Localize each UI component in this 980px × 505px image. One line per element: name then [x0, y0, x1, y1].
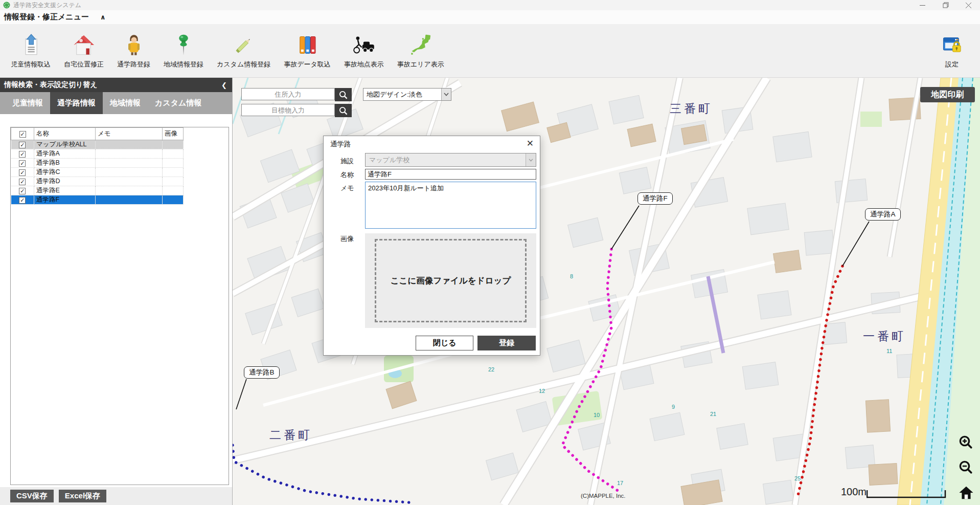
toolbar-button-settings[interactable]: 設定: [933, 31, 971, 71]
facility-label: 施設: [340, 157, 354, 166]
dialog-register-button[interactable]: 登録: [477, 336, 536, 350]
map-design-select[interactable]: 地図デザイン:淡色: [363, 88, 451, 101]
map-print-button[interactable]: 地図印刷: [920, 87, 975, 102]
sidebar-tabs: 児童情報 通学路情報 地域情報 カスタム情報: [0, 92, 232, 114]
home-button[interactable]: [955, 482, 977, 503]
house-icon: [72, 33, 96, 57]
pencil-icon: [232, 33, 256, 57]
select-all-checkbox[interactable]: ✓: [19, 131, 26, 138]
column-header-memo[interactable]: メモ: [96, 128, 163, 140]
dialog-close-icon[interactable]: ✕: [527, 138, 534, 149]
table-row[interactable]: ✓ 通学路B: [11, 159, 184, 168]
binders-icon: [295, 33, 320, 57]
map-number: 11: [886, 348, 892, 354]
map-search-panel: [241, 88, 352, 117]
toolbar: 児童情報取込 自宅位置修正 通学路登録: [0, 24, 980, 78]
map-number: 25: [794, 475, 801, 481]
search-icon: [339, 106, 348, 115]
csv-save-button[interactable]: CSV保存: [10, 490, 54, 502]
tab-custom-info[interactable]: カスタム情報: [148, 92, 209, 114]
toolbar-button-register-area-info[interactable]: 地域情報登録: [157, 31, 210, 71]
map-number: 17: [617, 480, 623, 486]
chevron-down-icon: [526, 153, 536, 166]
route-callout[interactable]: 通学路B: [244, 366, 280, 379]
excel-save-button[interactable]: Excel保存: [59, 490, 106, 502]
row-checkbox[interactable]: ✓: [19, 151, 26, 158]
minimize-button[interactable]: [911, 0, 934, 10]
route-edit-dialog: 通学路 ✕ 施設 マップル学校 名称 メモ 2023年10月新ルート追加 画像 …: [323, 136, 540, 356]
map-number: 12: [539, 388, 545, 394]
tab-area-info[interactable]: 地域情報: [103, 92, 148, 114]
column-header-image[interactable]: 画像: [163, 128, 184, 140]
tab-children-info[interactable]: 児童情報: [5, 92, 50, 114]
menu-header: 情報登録・修正メニュー ∧: [0, 10, 980, 24]
close-button[interactable]: [957, 0, 980, 10]
map-canvas[interactable]: 地図デザイン:淡色 地図印刷 三番町 一番町 二番町 通学路F 通学路A 通学路…: [233, 78, 980, 505]
toolbar-button-import-accident-data[interactable]: 事故データ取込: [277, 31, 337, 71]
row-checkbox[interactable]: ✓: [19, 142, 26, 148]
map-design-value: 地図デザイン:淡色: [363, 90, 441, 99]
sidebar-header: 情報検索・表示設定切り替え ❮: [0, 78, 232, 92]
toolbar-button-register-route[interactable]: 通学路登録: [110, 31, 157, 71]
zoom-out-icon: [959, 457, 974, 478]
route-list-panel: ✓ 名称 メモ 画像 ✓ マップル学校ALL ✓ 通学路A ✓ 通学路B: [10, 127, 229, 485]
chevron-down-icon[interactable]: [441, 89, 451, 100]
toolbar-button-register-custom-info[interactable]: カスタム情報登録: [210, 31, 277, 71]
pushpin-icon: [171, 33, 196, 57]
zoom-out-button[interactable]: [955, 457, 977, 478]
map-number: 21: [710, 411, 716, 417]
tab-route-info[interactable]: 通学路情報: [50, 92, 103, 114]
route-callout[interactable]: 通学路F: [637, 192, 673, 205]
facility-select: マップル学校: [365, 153, 536, 167]
toolbar-button-import-children[interactable]: 児童情報取込: [4, 31, 57, 71]
zoom-in-button[interactable]: [955, 432, 977, 453]
row-checkbox[interactable]: ✓: [19, 160, 26, 167]
map-scale-label: 100m: [841, 486, 867, 498]
table-row[interactable]: ✓ 通学路C: [11, 168, 184, 177]
row-checkbox[interactable]: ✓: [19, 188, 26, 194]
toolbar-button-show-accident-area[interactable]: 事故エリア表示: [391, 31, 451, 71]
sidebar-collapse-icon[interactable]: ❮: [221, 81, 227, 89]
route-memo-textarea[interactable]: 2023年10月新ルート追加: [365, 182, 536, 229]
name-label: 名称: [340, 170, 354, 180]
dialog-close-button[interactable]: 閉じる: [416, 336, 473, 350]
sidebar: 情報検索・表示設定切り替え ❮ 児童情報 通学路情報 地域情報 カスタム情報 ✓…: [0, 78, 233, 505]
map-number: 9: [672, 404, 675, 410]
sidebar-title: 情報検索・表示設定切り替え: [4, 80, 221, 90]
town-label: 一番町: [863, 328, 906, 344]
table-row[interactable]: ✓ 通学路D: [11, 177, 184, 186]
map-number: 8: [570, 273, 573, 279]
address-search-button[interactable]: [335, 88, 352, 101]
toolbar-button-fix-home-position[interactable]: 自宅位置修正: [57, 31, 110, 71]
map-number: 10: [594, 412, 600, 418]
table-row[interactable]: ✓ 通学路A: [11, 149, 184, 159]
sidebar-footer: CSV保存 Excel保存: [0, 487, 232, 505]
row-checkbox[interactable]: ✓: [19, 169, 26, 176]
restore-button[interactable]: [934, 0, 957, 10]
row-checkbox[interactable]: ✓: [19, 197, 26, 204]
route-callout[interactable]: 通学路A: [865, 208, 901, 221]
accident-icon: [352, 33, 376, 57]
landmark-search-input[interactable]: [241, 104, 335, 116]
toolbar-button-show-accident-points[interactable]: 事故地点表示: [337, 31, 391, 71]
address-search-input[interactable]: [241, 88, 335, 100]
image-dropzone-border: ここに画像ファイルをドロップ: [375, 239, 527, 322]
app-icon: [3, 2, 10, 9]
map-copyright: (C)MAPPLE, Inc.: [581, 493, 626, 499]
row-checkbox[interactable]: ✓: [19, 179, 26, 185]
student-icon: [122, 33, 146, 57]
table-row[interactable]: ✓ 通学路E: [11, 186, 184, 195]
window-title: 通学路安全支援システム: [13, 1, 81, 10]
column-header-name[interactable]: 名称: [34, 128, 96, 140]
window-titlebar: 通学路安全支援システム: [0, 0, 980, 10]
table-row-selected[interactable]: ✓ 通学路F: [11, 195, 184, 205]
menu-title: 情報登録・修正メニュー: [4, 12, 89, 22]
collapse-menu-icon[interactable]: ∧: [100, 13, 106, 21]
route-table: ✓ 名称 メモ 画像 ✓ マップル学校ALL ✓ 通学路A ✓ 通学路B: [11, 127, 184, 205]
route-name-input[interactable]: [365, 169, 536, 180]
dialog-title: 通学路: [330, 140, 351, 149]
image-label: 画像: [340, 234, 354, 244]
landmark-search-button[interactable]: [335, 104, 352, 117]
image-dropzone[interactable]: ここに画像ファイルをドロップ: [365, 233, 536, 328]
table-row[interactable]: ✓ マップル学校ALL: [11, 140, 184, 149]
